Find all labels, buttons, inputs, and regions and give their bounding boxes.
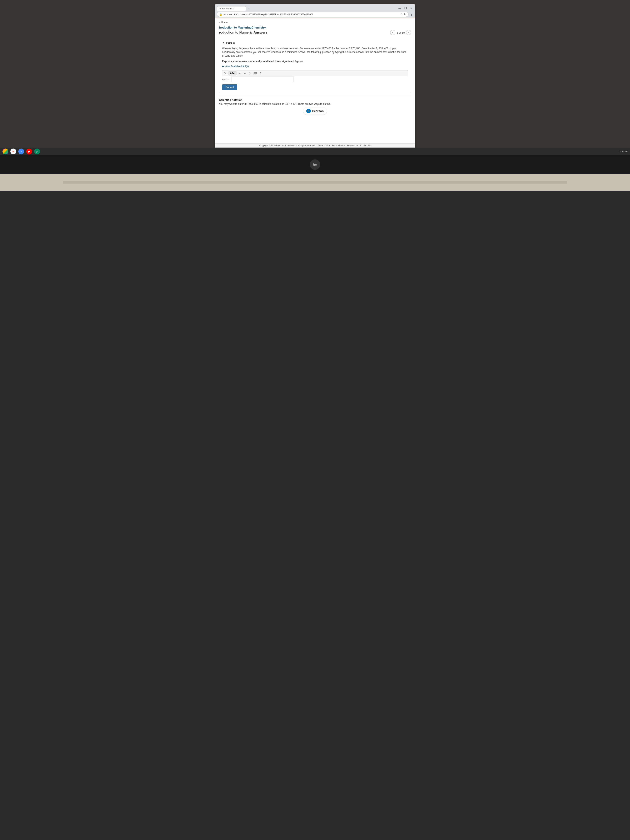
chrome-taskbar-icon[interactable] <box>3 148 8 155</box>
course-title: troduction to MasteringChemistry <box>219 26 411 29</box>
permissions-link[interactable]: Permissions <box>347 144 358 147</box>
tab-title: ourse Home <box>219 7 232 10</box>
youtube-taskbar-icon[interactable]: ▶ <box>26 148 32 155</box>
answer-input-row: sum = <box>222 76 408 82</box>
breadcrumb: e Home <box>219 21 411 24</box>
answer-toolbar: ∫√□ ΑΣφ ↩ ↪ ↻ ⌨ ? <box>222 70 408 76</box>
hp-logo: hp <box>310 159 320 170</box>
copyright-text: Copyright © 2020 Pearson Education Inc. … <box>259 144 316 147</box>
refresh-btn[interactable]: ↻ <box>248 71 251 75</box>
next-question-btn[interactable]: › <box>406 30 411 35</box>
question-title: roduction to Numeric Answers <box>219 31 267 35</box>
keyboard-btn[interactable]: ⌨ <box>253 71 258 75</box>
answer-input[interactable] <box>232 76 294 82</box>
part-b-section: ▼ Part B When entering large numbers in … <box>219 38 411 93</box>
prev-question-btn[interactable]: ‹ <box>390 30 395 35</box>
formula-icon: ∫√□ <box>224 72 227 74</box>
pearson-name: Pearson <box>312 109 324 113</box>
hint-link[interactable]: View Available Hint(s) <box>222 65 408 68</box>
url-text: n/course.html?courseId=15769386&HepID=16… <box>224 13 399 16</box>
redo-btn[interactable]: ↪ <box>243 71 246 75</box>
close-btn[interactable]: × <box>409 6 413 10</box>
undo-btn[interactable]: ↩ <box>238 71 242 75</box>
active-tab[interactable]: ourse Home × <box>217 6 246 11</box>
keyboard-area <box>0 174 630 191</box>
docs-taskbar-icon[interactable]: ≡ <box>18 148 24 155</box>
part-collapse-arrow[interactable]: ▼ <box>222 41 224 44</box>
taskbar: M ≡ ▶ ▷ ▪ 12:58 <box>0 148 630 155</box>
footer: Copyright © 2020 Pearson Education Inc. … <box>215 143 415 147</box>
minimize-btn[interactable]: — <box>397 6 402 10</box>
bookmark-icon[interactable]: ☆ <box>400 13 403 16</box>
answer-emphasis: Express your answer numerically to at le… <box>222 59 408 63</box>
sci-notation-title: Scientific notation <box>219 98 411 101</box>
restore-btn[interactable]: ❐ <box>403 6 408 10</box>
math-symbols-btn[interactable]: ΑΣφ <box>229 71 237 76</box>
privacy-link[interactable]: Privacy Policy <box>332 144 345 147</box>
part-label: Part B <box>226 41 235 44</box>
address-bar[interactable]: 🔒 n/course.html?courseId=15769386&HepID=… <box>217 12 409 17</box>
refresh-icon[interactable]: ↻ <box>404 13 406 16</box>
sci-notation-section: Scientific notation You may want to ente… <box>219 96 411 106</box>
more-options-icon[interactable]: ⋮ <box>410 12 413 16</box>
pearson-overlay: P Pearson <box>303 107 327 115</box>
play-taskbar-icon[interactable]: ▷ <box>34 148 40 155</box>
clock: 12:58 <box>622 150 627 153</box>
help-btn[interactable]: ? <box>259 71 262 75</box>
answer-box-wrapper <box>231 76 294 82</box>
sum-label: sum = <box>222 78 230 81</box>
submit-btn[interactable]: Submit <box>222 84 237 90</box>
terms-link[interactable]: Terms of Use <box>317 144 330 147</box>
tab-close-btn[interactable]: × <box>233 8 235 10</box>
lock-icon: 🔒 <box>219 13 222 16</box>
gmail-taskbar-icon[interactable]: M <box>10 148 16 155</box>
keyboard-strip <box>63 181 567 183</box>
new-tab-btn[interactable]: + <box>246 6 251 11</box>
pearson-logo: P <box>306 109 311 113</box>
contact-link[interactable]: Contact Us <box>360 144 371 147</box>
question-counter: 2 of 15 <box>396 31 405 34</box>
battery-icon: ▪ <box>620 150 621 153</box>
sci-notation-text: You may want to enter 357,000,000 in sci… <box>219 102 411 106</box>
part-instructions: When entering large numbers in the answe… <box>222 46 408 58</box>
